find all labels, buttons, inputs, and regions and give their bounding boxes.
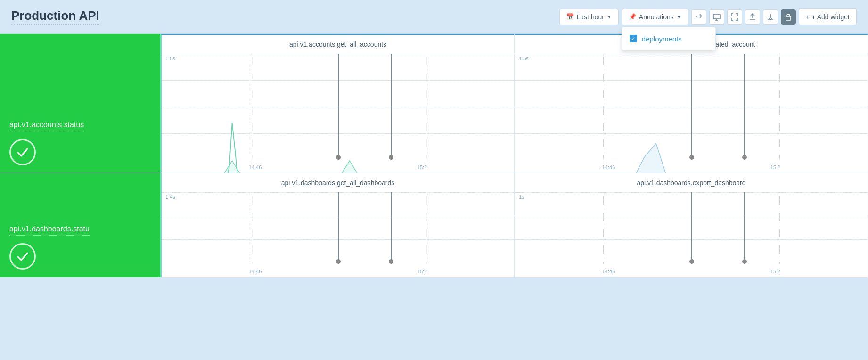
status-widget-accounts: api.v1.accounts.status	[0, 34, 160, 173]
x-label-2a: 14:46	[602, 164, 615, 170]
chevron-down-icon2: ▼	[677, 14, 681, 19]
x-labels-4: 14:46 15:2	[515, 269, 868, 274]
x-labels-1: 14:46 15:2	[162, 164, 514, 170]
deploy-line-1b	[391, 54, 392, 160]
x-label-4a: 14:46	[602, 269, 615, 274]
svg-rect-1	[786, 16, 791, 20]
chart-get-all-accounts: api.v1.accounts.get_all_accounts 1.5s	[160, 34, 515, 173]
chart-title-3: api.v1.dashboards.get_all_dashboards	[162, 179, 514, 187]
widget-row-1: api.v1.accounts.status api.v1.accounts.g…	[0, 33, 868, 173]
x-label-1a: 14:46	[249, 164, 262, 170]
time-range-label: Last hour	[577, 13, 604, 21]
status-checkmark-accounts	[9, 139, 36, 165]
main-area: api.v1.accounts.status api.v1.accounts.g…	[0, 33, 868, 277]
status-title-dashboards: api.v1.dashboards.statu	[9, 225, 90, 236]
deployments-label: deployments	[642, 35, 682, 43]
svg-rect-0	[713, 14, 720, 19]
share-button[interactable]	[691, 9, 706, 25]
add-widget-label: + Add widget	[811, 13, 850, 21]
lock-button[interactable]	[781, 9, 796, 25]
annotations-menu-item-deployments[interactable]: ✓ deployments	[622, 30, 715, 48]
chart-export-dashboard: api.v1.dashboards.export_dashboard 1s 14…	[515, 173, 868, 277]
page-title: Production API	[11, 8, 99, 25]
annotations-label: Annotations	[639, 13, 674, 21]
time-range-dropdown[interactable]: 📅 Last hour ▼	[559, 9, 619, 25]
deployments-checkbox[interactable]: ✓	[630, 35, 637, 42]
status-widget-dashboards: api.v1.dashboards.statu	[0, 173, 160, 277]
deploy-dot-3a	[336, 259, 341, 264]
annotations-button[interactable]: 📌 Annotations ▼	[622, 9, 688, 25]
deploy-line-4b	[744, 192, 745, 264]
pin-icon: 📌	[629, 13, 636, 20]
status-title-accounts: api.v1.accounts.status	[9, 121, 84, 131]
deploy-line-1a	[338, 54, 339, 160]
deploy-line-3a	[338, 192, 339, 264]
x-label-3a: 14:46	[249, 269, 262, 274]
chart-get-all-dashboards: api.v1.dashboards.get_all_dashboards 1.4…	[160, 173, 515, 277]
x-label-1b: 15:2	[417, 164, 427, 170]
deploy-line-2a	[691, 54, 692, 160]
deploy-dot-4a	[689, 259, 694, 264]
toolbar: 📅 Last hour ▼ 📌 Annotations ▼ ✓ deployme…	[559, 8, 857, 25]
x-label-2b: 15:2	[770, 164, 780, 170]
chart-title-4: api.v1.dashboards.export_dashboard	[515, 179, 868, 187]
deploy-dot-2a	[689, 155, 694, 160]
x-labels-3: 14:46 15:2	[162, 269, 514, 274]
calendar-icon: 📅	[566, 13, 574, 20]
expand-button[interactable]	[727, 9, 742, 25]
annotations-dropdown[interactable]: 📌 Annotations ▼ ✓ deployments	[622, 9, 688, 25]
download-button[interactable]	[763, 9, 778, 25]
deploy-line-3b	[391, 192, 392, 264]
deploy-line-2b	[744, 54, 745, 160]
status-checkmark-dashboards	[9, 243, 36, 270]
deploy-line-4a	[691, 192, 692, 264]
deploy-dot-1a	[336, 155, 341, 160]
upload-button[interactable]	[745, 9, 760, 25]
add-widget-button[interactable]: + + Add widget	[799, 8, 857, 25]
time-range-button[interactable]: 📅 Last hour ▼	[559, 9, 619, 25]
x-label-3b: 15:2	[417, 269, 427, 274]
chart-create-automated-account: api.v1.accounts.create_automated_account…	[515, 34, 868, 173]
presentation-button[interactable]	[709, 9, 724, 25]
plus-icon: +	[806, 13, 810, 21]
chevron-down-icon: ▼	[607, 14, 612, 19]
annotations-menu: ✓ deployments	[622, 27, 716, 51]
header: Production API 📅 Last hour ▼ 📌 Annotatio…	[0, 0, 868, 33]
chart-title-1: api.v1.accounts.get_all_accounts	[162, 41, 514, 48]
x-labels-2: 14:46 15:2	[515, 164, 868, 170]
widget-row-2: api.v1.dashboards.statu api.v1.dashboard…	[0, 173, 868, 277]
x-label-4b: 15:2	[770, 269, 780, 274]
